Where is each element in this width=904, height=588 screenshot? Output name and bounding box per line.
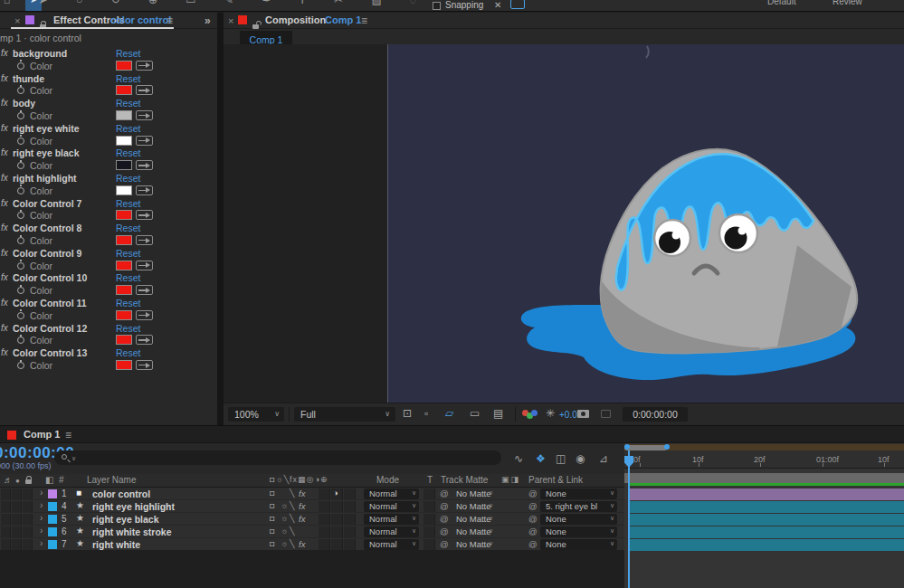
switches-column-icons[interactable]: ◘☼╲fx▦◎◑⊕ xyxy=(270,475,328,484)
mode-dropdown[interactable]: Normal∨ xyxy=(364,514,419,525)
layer-duration-bar[interactable] xyxy=(629,514,904,526)
video-toggle[interactable] xyxy=(12,514,22,525)
panel-target-comp[interactable]: Comp 1 xyxy=(325,14,361,25)
layer-label-chip[interactable] xyxy=(48,489,57,498)
video-toggle[interactable] xyxy=(12,501,22,512)
layer-name[interactable]: color control xyxy=(92,488,150,499)
quality-switch-icon[interactable]: ╲ xyxy=(290,488,294,498)
preserve-transparency-cell[interactable] xyxy=(423,501,435,512)
stopwatch-icon[interactable] xyxy=(17,87,24,94)
parent-pickwhip-icon[interactable]: @ xyxy=(528,488,538,498)
workspace-review[interactable]: Review xyxy=(833,0,862,6)
layer-label-chip[interactable] xyxy=(48,515,57,524)
viewer-timecode[interactable]: 0:00:00:00 xyxy=(623,407,688,422)
lock-toggle[interactable] xyxy=(23,526,33,537)
audio-toggle[interactable] xyxy=(1,539,11,550)
comp-viewer-tab[interactable]: Comp 1 xyxy=(240,31,292,44)
shy-switch-icon[interactable]: ◘ xyxy=(270,488,274,498)
expression-pickwhip-icon[interactable] xyxy=(136,61,153,71)
mode-dropdown[interactable]: Normal∨ xyxy=(364,488,419,499)
effect-controls-tabbar[interactable]: × Effect Controls color control ≡ » xyxy=(0,13,217,29)
expression-pickwhip-icon[interactable] xyxy=(136,160,153,170)
parent-dropdown[interactable]: None∨ xyxy=(540,539,617,550)
audio-toggle[interactable] xyxy=(1,526,11,537)
effect-reset-link[interactable]: Reset xyxy=(116,223,140,233)
video-toggle[interactable] xyxy=(12,526,22,537)
stopwatch-icon[interactable] xyxy=(17,287,24,294)
draft-3d-icon[interactable]: ❖ xyxy=(536,452,546,465)
matte-toggle-icons[interactable]: ▣◨ xyxy=(501,475,520,484)
exposure-value[interactable]: +0.0 xyxy=(559,410,577,420)
collapse-switch-icon[interactable]: ☼ xyxy=(281,539,288,548)
grid-guides-icon[interactable]: ▤ xyxy=(493,407,503,420)
expression-pickwhip-icon[interactable] xyxy=(136,360,153,370)
effect-header-row[interactable]: fxbodyReset xyxy=(0,97,217,109)
shy-switch-icon[interactable]: ◘ xyxy=(270,526,274,536)
transparency-grid-icon[interactable]: ▱ xyxy=(445,407,453,420)
stopwatch-icon[interactable] xyxy=(17,112,24,119)
layer-label-chip[interactable] xyxy=(48,527,57,536)
expression-pickwhip-icon[interactable] xyxy=(136,110,153,120)
mode-dropdown[interactable]: Normal∨ xyxy=(364,501,419,512)
effect-reset-link[interactable]: Reset xyxy=(116,173,140,184)
color-swatch[interactable] xyxy=(116,160,132,170)
track-matte-pickwhip-icon[interactable]: @ xyxy=(440,526,449,536)
effect-color-property-row[interactable]: Color xyxy=(0,284,217,297)
panel-expander-icon[interactable]: » xyxy=(205,14,211,27)
layer-duration-bar[interactable] xyxy=(629,526,904,538)
frame-blend-cell[interactable] xyxy=(319,539,330,550)
lock-toggle[interactable] xyxy=(23,488,33,499)
effect-color-property-row[interactable]: Color xyxy=(0,135,217,147)
color-swatch[interactable] xyxy=(116,285,132,295)
panel-menu-icon[interactable]: ≡ xyxy=(65,429,71,441)
effect-header-row[interactable]: fxright highlightReset xyxy=(0,172,217,185)
fx-switch-icon[interactable]: fx xyxy=(299,488,305,498)
preserve-transparency-cell[interactable] xyxy=(423,539,435,550)
lock-icon[interactable] xyxy=(40,16,46,33)
track-matte-dropdown[interactable]: No Matte∨ xyxy=(451,501,496,512)
effect-header-row[interactable]: fxColor Control 13Reset xyxy=(0,346,217,359)
stopwatch-icon[interactable] xyxy=(17,212,24,219)
layer-duration-bar[interactable] xyxy=(629,501,904,513)
workspace-default[interactable]: Default xyxy=(767,0,796,6)
mini-flowchart-icon[interactable]: ∿ xyxy=(514,452,523,465)
effect-color-property-row[interactable]: Color xyxy=(0,84,217,97)
collapse-switch-icon[interactable]: ☼ xyxy=(281,501,288,510)
color-swatch[interactable] xyxy=(116,235,132,245)
navigator-end-handle[interactable] xyxy=(664,444,670,450)
effect-header-row[interactable]: fxright eye whiteReset xyxy=(0,122,217,135)
lock-toggle[interactable] xyxy=(23,514,33,525)
stopwatch-icon[interactable] xyxy=(17,312,24,319)
timeline-tab-label[interactable]: Comp 1 xyxy=(24,429,60,440)
layer-name[interactable]: right white stroke xyxy=(92,526,172,537)
video-toggle[interactable] xyxy=(12,488,22,499)
layer-name[interactable]: right eye black xyxy=(92,514,159,525)
track-area[interactable]: 0f10f20f01:00f10f xyxy=(624,443,904,588)
lock-toggle[interactable] xyxy=(23,539,33,550)
effect-color-property-row[interactable]: Color xyxy=(0,60,217,72)
index-column-header[interactable]: # xyxy=(59,475,64,485)
frame-blend-cell[interactable] xyxy=(319,488,330,499)
twirl-icon[interactable]: › xyxy=(40,488,43,498)
color-swatch[interactable] xyxy=(116,210,132,220)
quality-switch-icon[interactable]: ╲ xyxy=(290,539,294,548)
composition-tabbar[interactable]: × Composition Comp 1 ≡ xyxy=(224,13,904,29)
frame-blend-cell[interactable] xyxy=(319,526,330,537)
effect-color-property-row[interactable]: Color xyxy=(0,359,217,372)
panel-title[interactable]: Composition xyxy=(265,14,326,25)
effect-header-row[interactable]: fxthundeReset xyxy=(0,72,217,85)
shy-switch-icon[interactable]: ◘ xyxy=(270,539,274,548)
twirl-icon[interactable]: › xyxy=(40,513,43,523)
effect-header-row[interactable]: fxColor Control 8Reset xyxy=(0,222,217,234)
effect-color-property-row[interactable]: Color xyxy=(0,209,217,222)
motion-blur-cell[interactable] xyxy=(331,539,343,550)
color-swatch[interactable] xyxy=(116,360,132,370)
expression-pickwhip-icon[interactable] xyxy=(136,310,153,320)
navigator-start-handle[interactable] xyxy=(624,444,630,450)
effect-reset-link[interactable]: Reset xyxy=(116,298,140,308)
preserve-transparency-cell[interactable] xyxy=(423,514,435,525)
panel-menu-icon[interactable]: ≡ xyxy=(167,14,173,27)
twirl-icon[interactable]: › xyxy=(40,538,43,548)
track-matte-column-header[interactable]: Track Matte xyxy=(441,475,488,485)
lock-toggle[interactable] xyxy=(23,501,33,512)
